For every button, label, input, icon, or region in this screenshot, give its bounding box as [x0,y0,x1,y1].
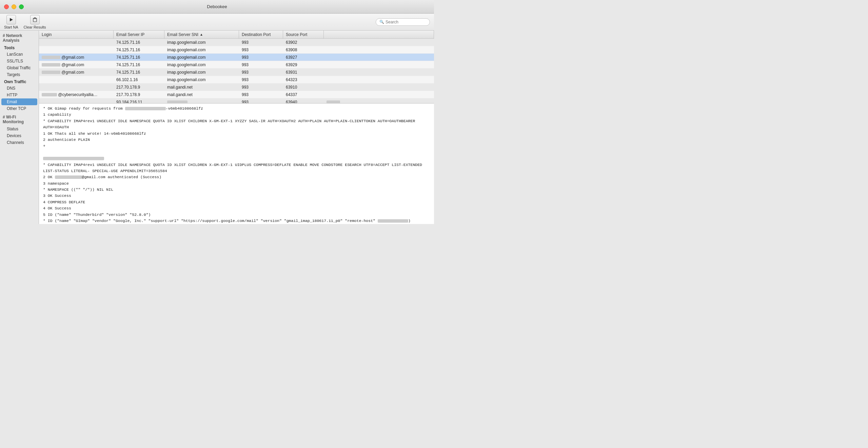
cell-dest-port: 993 [239,77,283,83]
cell-login [39,49,114,51]
wifi-monitoring-header: # Wi-Fi Monitoring [0,112,39,126]
detail-line: 1 OK Thats all she wrote! 14-v6mb4010866… [43,131,430,137]
cell-dest-port: 993 [239,47,283,53]
detail-section: * OK Gimap ready for requests from -v6mb… [39,104,434,224]
redacted-text [42,63,60,67]
table-row[interactable]: @gmail.com 74.125.71.16 imap.googlemail.… [39,54,434,61]
cell-login [39,87,114,88]
cell-server-ip: 74.125.71.16 [114,47,164,53]
detail-line: 4 COMPRESS DEFLATE [43,199,430,205]
trash-icon [30,15,40,24]
cell-login [39,42,114,43]
redacted-auth [43,157,104,160]
cell-dest-port: 993 [239,54,283,60]
cell-login [39,101,114,103]
table-row[interactable]: 66.102.1.16 imap.googlemail.com 993 6432… [39,76,434,83]
cell-server-sni: imap.googlemail.com [164,69,239,75]
network-analysis-header: # Network Analysis [0,31,39,44]
cell-server-sni: imap.googlemail.com [164,39,239,45]
search-icon: 🔍 [379,20,384,24]
cell-src-port: 63929 [283,62,324,68]
col-header-dest-port[interactable]: Destination Port [239,31,283,38]
redacted-ip [125,107,166,110]
toolbar: Start NA Clear Results 🔍 [0,14,434,31]
cell-src-port: 63927 [283,54,324,60]
cell-server-ip: 217.70.178.9 [114,84,164,90]
cell-server-ip: 217.70.178.9 [114,92,164,98]
col-header-login[interactable]: Login [39,31,114,38]
cell-src-port: 63910 [283,84,324,90]
table-row[interactable]: 74.125.71.16 imap.googlemail.com 993 639… [39,39,434,46]
sidebar-item-devices[interactable]: Devices [0,132,39,139]
table-row[interactable]: 74.125.71.16 imap.googlemail.com 993 639… [39,46,434,54]
detail-line [43,155,430,162]
main-layout: # Network Analysis Tools LanScan SSL/TLS… [0,31,434,224]
redacted-text [42,71,60,74]
table-header: Login Email Server IP Email Server SNI ▲… [39,31,434,39]
cell-src-port: 63931 [283,69,324,75]
cell-server-ip: 74.125.71.16 [114,62,164,68]
redacted-text [42,56,60,59]
detail-line: * OK Gimap ready for requests from -v6mb… [43,106,430,112]
detail-line: * CAPABILITY IMAP4rev1 UNSELECT IDLE NAM… [43,118,430,131]
sidebar-item-lanscan[interactable]: LanScan [0,51,39,58]
sidebar-item-status[interactable]: Status [0,126,39,132]
minimize-button[interactable] [12,4,16,9]
email-table-section: Login Email Server IP Email Server SNI ▲… [39,31,434,104]
cell-server-sni: mail.gandi.net [164,84,239,90]
close-button[interactable] [4,4,9,9]
sidebar-item-channels[interactable]: Channels [0,139,39,146]
cell-dest-port: 993 [239,62,283,68]
cell-login: @cybersecurityallia… [39,92,114,98]
table-row[interactable]: @gmail.com 74.125.71.16 imap.googlemail.… [39,61,434,69]
cell-dest-port: 993 [239,39,283,45]
sidebar-item-targets[interactable]: Targets [0,71,39,78]
detail-line: 5 ID ("name" "Thunderbird" "version" "52… [43,212,430,218]
sort-arrow-icon: ▲ [200,33,203,36]
detail-line: 3 OK Success [43,193,430,199]
cell-dest-port: 993 [239,69,283,75]
sidebar-item-dns[interactable]: DNS [0,85,39,92]
sidebar-item-ssl-tls[interactable]: SSL/TLS [0,58,39,64]
cell-dest-port: 993 [239,84,283,90]
cell-src-port: 64337 [283,92,324,98]
app-title: Debookee [207,4,227,9]
maximize-button[interactable] [19,4,24,9]
redacted-host [378,219,408,223]
sidebar-item-other-tcp[interactable]: Other TCP [0,105,39,112]
col-header-rest [324,31,434,38]
cell-server-ip: 74.125.71.16 [114,54,164,60]
table-row[interactable]: 217.70.178.9 mail.gandi.net 993 63910 [39,83,434,91]
sidebar-item-global-traffic[interactable]: Global Traffic [0,64,39,71]
table-row[interactable]: @cybersecurityallia… 217.70.178.9 mail.g… [39,91,434,98]
table-row[interactable]: 93.184.216.11 993 63940 [39,98,434,103]
start-na-button[interactable]: Start NA [4,15,18,29]
cell-login: @gmail.com [39,54,114,60]
col-header-src-port[interactable]: Source Port [283,31,324,38]
sidebar: # Network Analysis Tools LanScan SSL/TLS… [0,31,39,224]
redacted-text [42,93,57,96]
sidebar-item-http[interactable]: HTTP [0,92,39,98]
table-row[interactable]: @gmail.com 74.125.71.16 imap.googlemail.… [39,69,434,76]
tools-group: Tools [0,44,39,51]
cell-login [39,79,114,80]
col-header-server-sni[interactable]: Email Server SNI ▲ [164,31,239,38]
clear-results-button[interactable]: Clear Results [24,15,46,29]
search-box[interactable]: 🔍 [376,18,430,26]
detail-line: * NAMESPACE (("" "/")) NIL NIL [43,187,430,193]
svg-marker-0 [10,18,13,21]
col-header-server-ip[interactable]: Email Server IP [114,31,164,38]
svg-rect-1 [33,19,37,22]
detail-line: * CAPABILITY IMAP4rev1 UNSELECT IDLE NAM… [43,162,430,174]
cell-rest [324,49,434,51]
window-controls [4,4,24,9]
play-icon [6,15,16,24]
detail-line: 4 OK Success [43,205,430,211]
cell-login: @gmail.com [39,62,114,68]
detail-line: 3 namespace [43,181,430,187]
cell-login: @gmail.com [39,69,114,75]
redacted-email [55,175,82,179]
detail-line: 1 capability [43,112,430,118]
search-input[interactable] [386,20,426,24]
sidebar-item-email[interactable]: Email [1,98,37,105]
